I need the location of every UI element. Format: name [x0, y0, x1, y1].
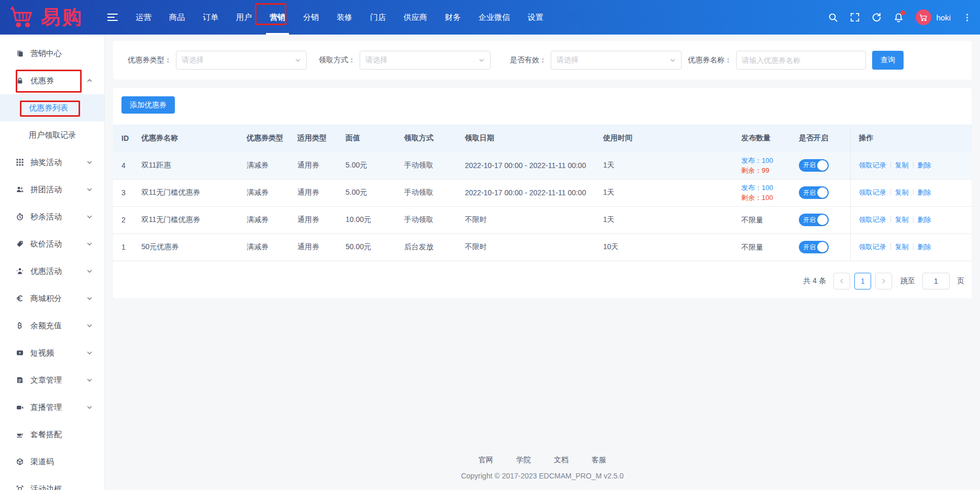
claim-records-link[interactable]: 领取记录 [859, 161, 886, 169]
nav-item-distribution[interactable]: 分销 [294, 0, 328, 35]
nav-item-wecom[interactable]: 企业微信 [470, 0, 519, 35]
cell-receive-method: 后台发放 [396, 233, 456, 261]
sidebar-item-coupons[interactable]: 优惠券 [0, 67, 104, 94]
chevron-down-icon [670, 57, 676, 63]
claim-records-link[interactable]: 领取记录 [859, 216, 886, 224]
search-button[interactable]: 查询 [872, 51, 904, 70]
header-is-enabled: 是否开启 [790, 125, 850, 152]
total-count: 共 4 条 [803, 276, 826, 286]
is-valid-select[interactable]: 请选择 [551, 51, 682, 70]
publish-count: 发布：100 [741, 183, 786, 193]
toggle-knob [817, 215, 828, 225]
divider [913, 189, 914, 195]
more-options-icon[interactable] [963, 13, 972, 22]
nav-item-users[interactable]: 用户 [227, 0, 261, 35]
page-1-button[interactable]: 1 [854, 273, 871, 289]
sidebar-item-live-management[interactable]: 直播管理 [0, 394, 104, 421]
copy-link[interactable]: 复制 [895, 161, 909, 169]
sidebar-item-groupbuy[interactable]: 拼团活动 [0, 176, 104, 203]
copy-link[interactable]: 复制 [895, 243, 909, 251]
cell-is-enabled: 开启 [790, 179, 850, 206]
sidebar-item-channel-code[interactable]: 渠道码 [0, 448, 104, 475]
nav-item-stores[interactable]: 门店 [361, 0, 395, 35]
claim-records-link[interactable]: 领取记录 [859, 243, 886, 251]
nav-item-suppliers[interactable]: 供应商 [395, 0, 436, 35]
cell-face-value: 5.00元 [337, 152, 396, 179]
header-coupon-type: 优惠券类型 [238, 125, 289, 152]
enabled-toggle[interactable]: 开启 [799, 214, 829, 226]
delete-link[interactable]: 删除 [918, 216, 931, 224]
sidebar-item-meal-combo[interactable]: 套餐搭配 [0, 421, 104, 448]
cell-coupon-name: 50元优惠券 [133, 233, 238, 261]
nav-item-finance[interactable]: 财务 [436, 0, 470, 35]
sidebar-item-label: 优惠活动 [30, 266, 62, 276]
cell-use-time: 1天 [595, 206, 733, 233]
page: 易购 运营 商品 订单 用户 营销 分销 装修 门店 供应商 财务 企业微信 设… [0, 0, 980, 490]
claim-records-link[interactable]: 领取记录 [859, 188, 886, 196]
nav-item-operations[interactable]: 运营 [127, 0, 160, 35]
coupon-type-label: 优惠券类型： [128, 55, 172, 65]
enabled-toggle[interactable]: 开启 [799, 241, 829, 253]
enabled-toggle[interactable]: 开启 [799, 186, 829, 199]
cell-receive-date: 不限时 [456, 233, 595, 261]
fullscreen-icon[interactable] [850, 13, 860, 22]
enabled-toggle[interactable]: 开启 [799, 159, 829, 172]
sidebar-item-short-video[interactable]: 短视频 [0, 339, 104, 366]
nav-item-products[interactable]: 商品 [160, 0, 194, 35]
sidebar-item-mall-points[interactable]: 商城积分 [0, 285, 104, 312]
sidebar-item-coupon-list[interactable]: 优惠券列表 [0, 94, 104, 121]
sidebar-item-balance-recharge[interactable]: 余额充值 [0, 312, 104, 339]
docs-link[interactable]: 文档 [554, 455, 569, 465]
username: hoki [936, 13, 951, 22]
sidebar-item-activity-frame[interactable]: 活动边框 [0, 475, 104, 490]
sidebar-item-marketing-center[interactable]: 营销中心 [0, 40, 104, 67]
notifications-bell-icon[interactable] [894, 13, 904, 23]
is-valid-placeholder: 请选择 [556, 55, 578, 65]
nav-item-settings[interactable]: 设置 [519, 0, 552, 35]
coupon-type-select[interactable]: 请选择 [176, 51, 307, 70]
header-publish-quantity: 发布数量 [733, 125, 790, 152]
copy-link[interactable]: 复制 [895, 188, 909, 196]
sidebar-item-article-management[interactable]: 文章管理 [0, 366, 104, 394]
video-icon [16, 349, 24, 357]
cell-coupon-name: 双11无门槛优惠券 [133, 206, 238, 233]
academy-link[interactable]: 学院 [516, 455, 531, 465]
chevron-up-icon [86, 77, 93, 84]
delete-link[interactable]: 删除 [918, 188, 931, 196]
sidebar-item-label: 抽奖活动 [30, 158, 62, 168]
official-site-link[interactable]: 官网 [478, 455, 493, 465]
notification-badge [900, 10, 905, 15]
add-coupon-button[interactable]: 添加优惠券 [121, 96, 175, 114]
sidebar-item-promotions[interactable]: 优惠活动 [0, 258, 104, 285]
next-page-button[interactable] [875, 273, 892, 289]
nav-item-marketing[interactable]: 营销 [261, 0, 294, 35]
meal-icon [16, 431, 24, 438]
coupon-name-input[interactable] [736, 51, 866, 70]
refresh-icon[interactable] [872, 13, 882, 23]
delete-link[interactable]: 删除 [918, 243, 931, 251]
collapse-menu-icon[interactable] [98, 13, 127, 22]
nav-item-orders[interactable]: 订单 [194, 0, 227, 35]
sidebar-item-bargain[interactable]: 砍价活动 [0, 230, 104, 258]
jump-page-input[interactable] [922, 273, 950, 289]
cell-operations: 领取记录复制删除 [850, 179, 972, 206]
app-logo[interactable]: 易购 [0, 4, 98, 30]
prev-page-button[interactable] [833, 273, 850, 289]
support-link[interactable]: 客服 [592, 455, 606, 465]
live-camera-icon [16, 404, 24, 411]
delete-link[interactable]: 删除 [918, 161, 931, 169]
search-icon[interactable] [828, 13, 838, 23]
user-menu[interactable]: hoki [916, 9, 951, 25]
cell-coupon-type: 满减券 [238, 233, 289, 261]
cell-face-value: 50.00元 [337, 233, 396, 261]
cell-apply-type: 通用券 [289, 152, 337, 179]
divider [890, 216, 891, 222]
sidebar-item-flash-sale[interactable]: 秒杀活动 [0, 203, 104, 230]
receive-method-placeholder: 请选择 [365, 55, 387, 65]
nav-item-decoration[interactable]: 装修 [328, 0, 361, 35]
copy-link[interactable]: 复制 [895, 216, 909, 224]
chevron-down-icon [86, 350, 93, 356]
sidebar-item-lottery[interactable]: 抽奖活动 [0, 149, 104, 176]
receive-method-select[interactable]: 请选择 [360, 51, 491, 70]
sidebar-item-user-claim-records[interactable]: 用户领取记录 [0, 121, 104, 149]
